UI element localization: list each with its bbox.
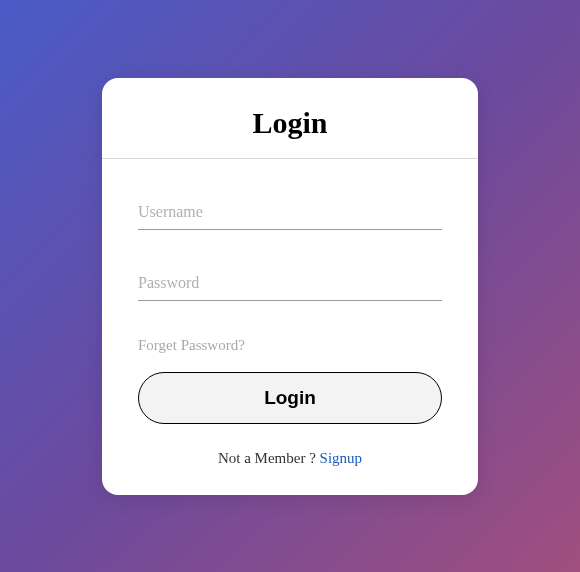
username-field-wrap [138,195,442,230]
login-card: Login Forget Password? Login Not a Membe… [102,78,478,495]
login-button[interactable]: Login [138,372,442,424]
signup-footer: Not a Member ? Signup [138,450,442,467]
password-input[interactable] [138,266,442,301]
login-form: Forget Password? Login Not a Member ? Si… [102,159,478,467]
signup-link[interactable]: Signup [320,450,363,466]
username-input[interactable] [138,195,442,230]
footer-text: Not a Member ? [218,450,320,466]
page-title: Login [102,106,478,158]
password-field-wrap [138,266,442,301]
forgot-password-link[interactable]: Forget Password? [138,337,442,354]
